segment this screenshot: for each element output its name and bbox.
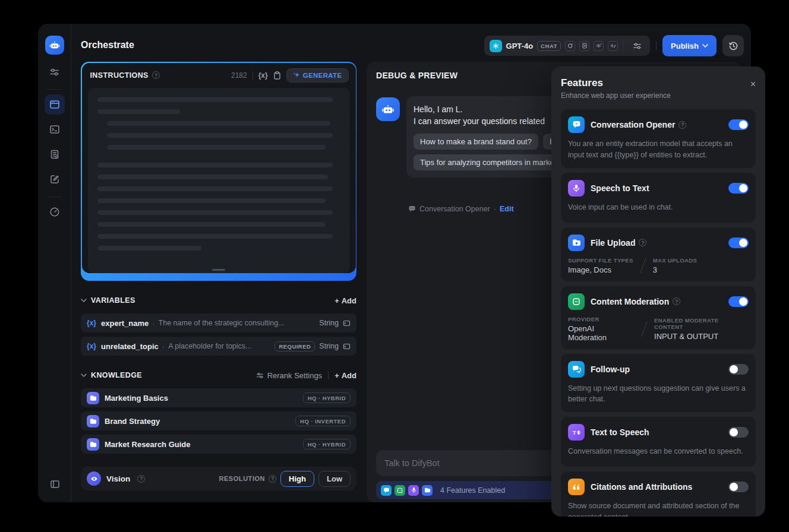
feature-card-text-to-speech: T Text to Speech Conversation messages c…	[561, 417, 756, 467]
plus-icon: +	[334, 371, 339, 380]
content-moderation-icon	[568, 293, 585, 310]
insert-variable-button[interactable]: {x}	[258, 71, 268, 80]
file-upload-toggle[interactable]	[728, 238, 749, 248]
bot-avatar	[376, 97, 400, 121]
instructions-editor[interactable]	[88, 88, 350, 273]
version-history-button[interactable]	[722, 35, 744, 56]
resize-handle[interactable]	[212, 269, 225, 271]
sidebar-item-annotations[interactable]	[45, 169, 65, 189]
suggested-question-chip[interactable]: How to make a brand stand out?	[414, 134, 538, 150]
stat-label: PROVIDER	[568, 316, 635, 322]
stat-label: ENABLED MODERATE CONTENT	[654, 317, 749, 330]
copy-button[interactable]	[273, 71, 281, 80]
dot-separator: ·	[162, 342, 165, 351]
text-to-speech-toggle[interactable]	[728, 427, 749, 438]
log-document-icon	[49, 149, 60, 160]
vision-eye-icon	[87, 471, 101, 486]
feature-card-conversation-opener: Conversation Opener ? You are an entity …	[561, 109, 756, 168]
publish-button[interactable]: Publish	[662, 35, 717, 56]
config-panel: INSTRUCTIONS ? 2182 {x}	[81, 62, 356, 490]
stat-label: SUPPORT FILE TYPES	[568, 257, 633, 264]
help-icon[interactable]: ?	[673, 297, 680, 305]
feature-stats: SUPPORT FILE TYPES Image, Docs MAX UPLOA…	[568, 257, 749, 274]
terminal-icon	[49, 124, 60, 135]
citations-toggle[interactable]	[728, 482, 749, 492]
variables-title: VARIABLES	[91, 296, 135, 305]
variable-type: String	[319, 319, 339, 327]
sidebar-item-monitoring[interactable]	[45, 202, 65, 222]
features-enabled-count: 4 Features Enabled	[440, 486, 505, 495]
features-subtitle: Enhance web app user experience	[561, 91, 756, 100]
divider	[253, 71, 253, 80]
variable-desc: The name of the strategic consulting...	[159, 319, 315, 327]
follow-up-toggle[interactable]	[728, 364, 749, 375]
help-icon[interactable]: ?	[678, 121, 686, 129]
capability-audio-icon	[594, 41, 604, 51]
help-icon[interactable]: ?	[152, 71, 160, 79]
chevron-down-icon[interactable]	[81, 373, 87, 377]
model-mode-badge: CHAT	[537, 41, 561, 51]
openai-logo-icon	[490, 40, 502, 52]
edit-icon	[49, 174, 60, 185]
capability-voice-edit-icon	[608, 41, 618, 51]
variables-section: VARIABLES + Add {x} expert_name · The na…	[81, 292, 356, 356]
app-logo-robot-icon[interactable]	[45, 36, 64, 55]
vision-label: Vision	[106, 474, 130, 483]
rerank-settings-button[interactable]: Rerank Settings	[256, 371, 323, 380]
robot-icon	[380, 102, 396, 117]
knowledge-title: KNOWLEDGE	[91, 371, 142, 379]
add-knowledge-button[interactable]: + Add	[334, 371, 356, 380]
help-icon[interactable]: ?	[137, 475, 145, 483]
suggested-question-chip[interactable]: Tips for analyzing competitors in market	[414, 154, 563, 170]
robot-icon	[48, 39, 61, 52]
add-variable-button[interactable]: + Add	[334, 296, 356, 305]
moderation-mini-icon	[394, 485, 405, 496]
chat-bubble-icon	[408, 205, 416, 213]
knowledge-name: Marketing Basics	[105, 394, 303, 403]
variable-row[interactable]: {x} unrelated_topic · A placeholder for …	[81, 337, 356, 356]
capability-vision-icon	[565, 41, 575, 51]
variable-row[interactable]: {x} expert_name · The name of the strate…	[81, 314, 356, 332]
sidebar-item-api[interactable]	[45, 119, 65, 140]
stat-divider	[641, 321, 648, 337]
input-field-icon	[343, 343, 351, 350]
variable-name: unrelated_topic	[101, 342, 159, 351]
svg-text:T: T	[573, 429, 576, 435]
sidebar-collapse-button[interactable]	[45, 474, 65, 494]
resolution-high-button[interactable]: High	[280, 471, 314, 487]
feature-desc: Setting up next questions suggestion can…	[568, 383, 749, 406]
conversation-opener-toggle[interactable]	[728, 119, 749, 130]
help-icon[interactable]: ?	[269, 475, 276, 483]
file-upload-icon	[568, 235, 585, 251]
feature-cards: Conversation Opener ? You are an entity …	[551, 103, 765, 517]
add-label: Add	[342, 371, 356, 380]
close-icon[interactable]: ×	[750, 80, 756, 89]
help-icon[interactable]: ?	[639, 239, 646, 246]
content-moderation-toggle[interactable]	[728, 296, 749, 307]
edit-opener-link[interactable]: Edit	[500, 205, 514, 213]
resolution-low-button[interactable]: Low	[318, 471, 351, 487]
knowledge-section: KNOWLEDGE Rerank Settings + Add	[81, 366, 356, 454]
knowledge-row[interactable]: Market Research Guide HQ · HYBRID	[81, 435, 356, 454]
feature-desc: You are an entity extraction model that …	[568, 138, 749, 161]
sliders-icon	[49, 67, 59, 77]
sidebar-item-orchestrate-settings[interactable]	[45, 62, 65, 82]
sparkle-icon	[293, 72, 300, 79]
feature-card-follow-up: Follow-up Setting up next questions sugg…	[561, 354, 756, 413]
knowledge-row[interactable]: Marketing Basics HQ · HYBRID	[81, 388, 356, 407]
generate-button[interactable]: GENERATE	[286, 68, 349, 83]
panel-collapse-icon	[50, 479, 60, 489]
chevron-down-icon[interactable]	[81, 299, 87, 302]
variable-token-icon: {x}	[87, 342, 96, 350]
features-panel: Features Enhance web app user experience…	[551, 66, 765, 517]
speech-to-text-toggle[interactable]	[728, 183, 749, 194]
model-parameters-button[interactable]	[629, 38, 645, 53]
sidebar-item-orchestrate[interactable]	[45, 94, 65, 115]
rerank-label: Rerank Settings	[267, 371, 323, 380]
sidebar-item-logs[interactable]	[45, 144, 65, 164]
model-selector[interactable]: GPT-4o CHAT	[484, 36, 650, 56]
knowledge-row[interactable]: Brand Strategy HQ · INVERTED	[81, 411, 356, 430]
dot-separator: ·	[152, 319, 154, 328]
char-count: 2182	[231, 71, 247, 80]
instructions-header: INSTRUCTIONS ? 2182 {x}	[82, 63, 356, 88]
